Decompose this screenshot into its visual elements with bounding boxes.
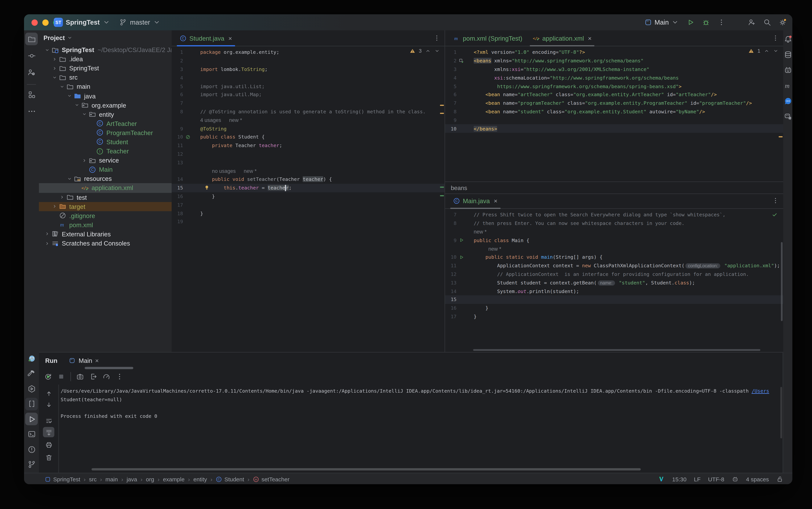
tree-item-java[interactable]: java	[39, 91, 172, 100]
run-gutter-icon[interactable]	[459, 255, 464, 260]
run-button[interactable]	[686, 18, 695, 26]
tab-options-button[interactable]	[772, 34, 779, 42]
project-avatar[interactable]: ST	[54, 18, 63, 27]
application-xml-editor[interactable]: 1<?xml version="1.0" encoding="UTF-8"?>2…	[445, 46, 783, 184]
settings-button[interactable]	[779, 18, 787, 26]
breadcrumb-entity[interactable]: entity	[193, 476, 207, 482]
tree-item-teacher[interactable]: ITeacher	[39, 146, 172, 156]
tool-stripe-project-folder-button[interactable]	[25, 33, 38, 45]
profiler-button[interactable]	[102, 373, 110, 381]
debug-button[interactable]	[702, 18, 710, 26]
chevron-right-icon[interactable]	[81, 158, 88, 163]
tree-item-service[interactable]: service	[39, 156, 172, 165]
tree-item-scratches-and-consoles[interactable]: Scratches and Consoles	[39, 239, 172, 248]
tree-item-entity[interactable]: entity	[39, 110, 172, 119]
breadcrumb-main[interactable]: main	[105, 476, 118, 482]
tool-stripe-gopher-plugin-button[interactable]	[25, 352, 38, 365]
console-options-button[interactable]	[115, 373, 123, 381]
status-ai-status[interactable]	[732, 476, 739, 482]
more-actions-button[interactable]	[717, 18, 726, 26]
branch-name[interactable]: master	[130, 19, 150, 26]
tool-stripe-notifications-button[interactable]	[782, 33, 792, 45]
tree-item--gitignore[interactable]: .gitignore	[39, 211, 172, 220]
run-gutter-icon[interactable]	[459, 238, 464, 243]
console-vertical-scrollbar[interactable]	[780, 387, 782, 438]
tool-stripe-structure-button[interactable]	[25, 88, 38, 101]
status-utf-8[interactable]: UTF-8	[708, 476, 724, 482]
warning-stripe-mark[interactable]	[440, 113, 444, 114]
close-tab-icon[interactable]: ×	[588, 35, 592, 42]
tree-item-artteacher[interactable]: CArtTeacher	[39, 119, 172, 128]
tree-item-programteacher[interactable]: CProgramTeacher	[39, 128, 172, 137]
main-java-editor[interactable]: 7// Press Shift twice to open the Search…	[445, 208, 783, 352]
tool-stripe-terminal-button[interactable]	[25, 428, 38, 441]
status-v-plugin[interactable]	[658, 476, 665, 482]
scroll-to-end-button[interactable]	[43, 427, 55, 437]
print-button[interactable]	[43, 440, 55, 450]
tool-stripe-commit-button[interactable]	[25, 49, 38, 62]
tool-stripe-problems-button[interactable]	[25, 443, 38, 455]
chevron-down-icon[interactable]	[51, 75, 58, 80]
code-with-me-button[interactable]	[748, 18, 756, 26]
status-lf[interactable]: LF	[694, 476, 701, 482]
tree-item-main[interactable]: CMain	[39, 165, 172, 174]
tool-stripe-more-button[interactable]	[25, 105, 38, 117]
tree-item-springtest[interactable]: SpringTest	[39, 64, 172, 73]
chevron-down-icon[interactable]	[81, 112, 88, 117]
project-name[interactable]: SpringTest	[66, 19, 100, 26]
warning-stripe-mark[interactable]	[440, 105, 444, 106]
intention-bulb-icon[interactable]	[204, 184, 210, 192]
clear-console-button[interactable]	[43, 452, 55, 463]
tree-item-application-xml[interactable]: </>application.xml	[39, 183, 172, 193]
run-tab-main[interactable]: Main ×	[69, 357, 99, 364]
tab-options-button[interactable]	[433, 34, 440, 42]
warning-stripe-mark[interactable]	[779, 136, 783, 138]
tree-item-src[interactable]: src	[39, 73, 172, 82]
tree-item-test[interactable]: test	[39, 193, 172, 202]
change-stripe-mark[interactable]	[440, 186, 444, 188]
tool-stripe-maven-stripe-button[interactable]: m	[782, 79, 792, 92]
tool-stripe-database-button[interactable]	[782, 48, 792, 61]
tree-item-pom-xml[interactable]: mpom.xml	[39, 220, 172, 229]
tree-item-main[interactable]: main	[39, 82, 172, 91]
rerun-button[interactable]	[44, 373, 52, 381]
tool-stripe-run-button[interactable]	[25, 413, 38, 425]
tree-item-target[interactable]: target	[39, 202, 172, 211]
tree-item-external-libraries[interactable]: External Libraries	[39, 230, 172, 239]
breadcrumb-src[interactable]: src	[89, 476, 97, 482]
tree-item-springtest[interactable]: SpringTest~/Desktop/CS/JavaEE/2 Java Spr…	[39, 45, 172, 55]
chevron-down-icon[interactable]	[73, 102, 81, 108]
prev-occurrence-button[interactable]	[43, 388, 55, 398]
tree-item-resources[interactable]: resources	[39, 174, 172, 183]
tool-stripe-brackets-button[interactable]	[25, 398, 38, 410]
status-unlock[interactable]	[776, 476, 783, 482]
stop-button[interactable]	[57, 373, 65, 381]
search-everywhere-button[interactable]	[763, 18, 771, 26]
inspections-widget[interactable]: 1	[748, 48, 779, 54]
tab-main-java[interactable]: C Main.java ×	[448, 193, 503, 208]
tool-stripe-chat-button[interactable]	[782, 95, 792, 107]
chevron-down-icon[interactable]	[43, 47, 51, 53]
tree-item-org-example[interactable]: org.example	[39, 101, 172, 110]
chevron-right-icon[interactable]	[43, 231, 51, 237]
run-console-output[interactable]: /Users/eve/Library/Java/JavaVirtualMachi…	[61, 387, 779, 469]
chevron-right-icon[interactable]	[43, 241, 51, 246]
tool-stripe-ai-assistant-button[interactable]	[782, 64, 792, 76]
breadcrumb-springtest[interactable]: SpringTest	[45, 476, 80, 482]
chevron-right-icon[interactable]	[51, 57, 58, 62]
thread-dump-button[interactable]	[76, 373, 84, 381]
horizontal-scrollbar[interactable]	[473, 349, 760, 351]
change-stripe-mark[interactable]	[440, 195, 444, 197]
vertical-scrollbar[interactable]	[781, 242, 783, 321]
breadcrumb-student[interactable]: CStudent	[216, 476, 244, 482]
console-horizontal-scrollbar[interactable]	[92, 468, 641, 471]
next-occurrence-button[interactable]	[43, 400, 55, 410]
tab-options-button[interactable]	[772, 197, 779, 204]
chevron-right-icon[interactable]	[51, 204, 58, 209]
close-tab-icon[interactable]: ×	[95, 357, 99, 364]
run-panel-title[interactable]: Run	[45, 357, 58, 364]
close-tab-icon[interactable]: ×	[228, 35, 232, 42]
run-configuration-selector[interactable]: Main	[644, 18, 679, 26]
project-panel-title[interactable]: Project	[43, 34, 65, 41]
close-tab-icon[interactable]: ×	[494, 197, 497, 204]
